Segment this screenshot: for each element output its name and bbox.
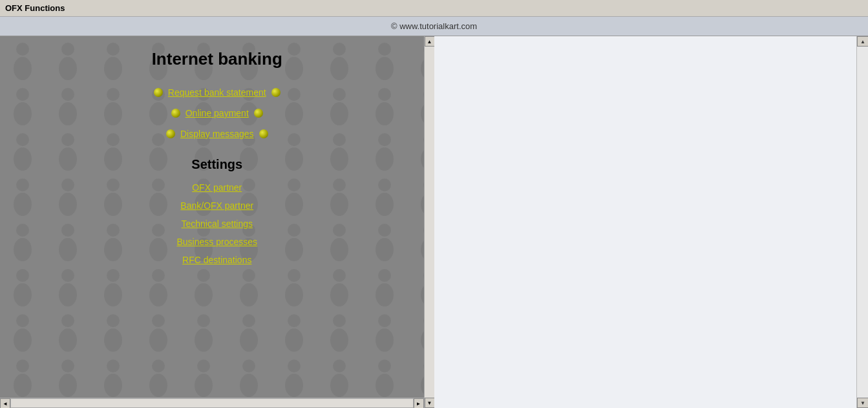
rfc-destinations-link[interactable]: RFC destinations	[182, 255, 251, 265]
right-content-area	[434, 36, 857, 408]
app-title: OFX Functions	[5, 3, 65, 13]
right-panel: ▲ ▼	[434, 36, 869, 408]
left-content-area: Internet banking Request bank statement …	[0, 36, 434, 408]
right-scrollbar-track[interactable]	[857, 47, 868, 398]
business-processes-link[interactable]: Business processes	[176, 237, 257, 247]
right-scrollbar: ▲ ▼	[856, 36, 868, 408]
display-messages-row: Display messages	[166, 129, 268, 139]
copyright-text: © www.tutorialkart.com	[391, 21, 477, 31]
rfc-destinations-row: RFC destinations	[182, 255, 251, 265]
internet-banking-heading: Internet banking	[152, 49, 282, 69]
bottom-scroll-right-button[interactable]: ►	[414, 398, 424, 408]
technical-settings-link[interactable]: Technical settings	[181, 219, 253, 229]
bullet-right-messages	[259, 129, 268, 138]
technical-settings-row: Technical settings	[181, 219, 253, 229]
request-bank-statement-row: Request bank statement	[154, 87, 281, 98]
bullet-left-request	[154, 88, 163, 97]
left-scrollbar-down-button[interactable]: ▼	[425, 398, 434, 408]
ofx-partner-row: OFX partner	[192, 182, 242, 193]
display-messages-link[interactable]: Display messages	[180, 129, 254, 139]
settings-heading: Settings	[191, 157, 242, 172]
bullet-right-payment	[254, 109, 263, 118]
right-scrollbar-up-button[interactable]: ▲	[857, 36, 868, 47]
bottom-scroll-left-button[interactable]: ◄	[0, 398, 10, 408]
request-bank-statement-link[interactable]: Request bank statement	[168, 87, 266, 98]
content-overlay: Internet banking Request bank statement …	[0, 36, 434, 269]
online-payment-row: Online payment	[171, 108, 263, 118]
bullet-left-messages	[166, 129, 175, 138]
business-processes-row: Business processes	[176, 237, 257, 247]
bullet-right-request	[271, 88, 281, 97]
online-payment-link[interactable]: Online payment	[185, 108, 249, 118]
bank-ofx-partner-row: Bank/OFX partner	[180, 200, 253, 211]
bank-ofx-partner-link[interactable]: Bank/OFX partner	[180, 200, 253, 211]
title-bar: OFX Functions	[0, 0, 868, 17]
right-scrollbar-down-button[interactable]: ▼	[857, 398, 868, 408]
url-bar: © www.tutorialkart.com	[0, 17, 868, 36]
bottom-scrollbar: ◄ ►	[0, 398, 424, 408]
main-layout: Internet banking Request bank statement …	[0, 36, 868, 408]
bullet-left-payment	[171, 109, 180, 118]
ofx-partner-link[interactable]: OFX partner	[192, 182, 242, 193]
bottom-scroll-track[interactable]	[10, 398, 414, 408]
